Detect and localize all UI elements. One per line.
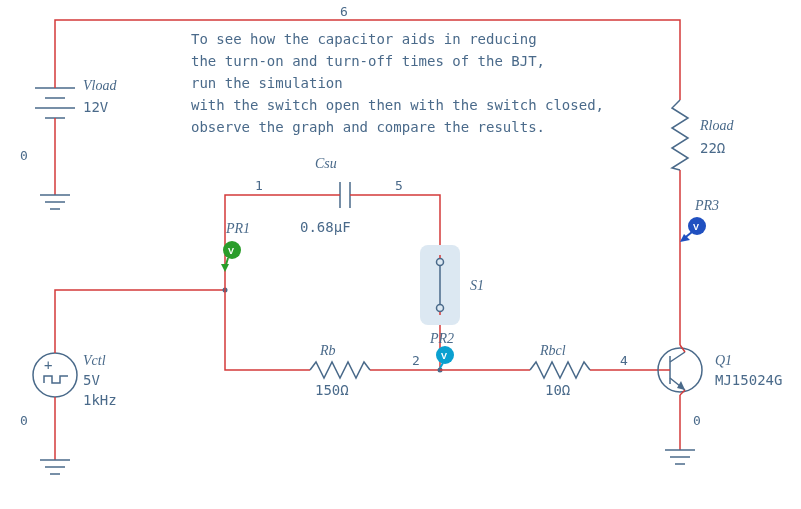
node-1-label: 1 [255, 178, 263, 193]
q1-node-0: 0 [693, 413, 701, 428]
vctl-value: 5V [83, 372, 100, 388]
rb-value: 150Ω [315, 382, 349, 398]
node-2-label: 2 [412, 353, 420, 368]
vload-battery: Vload 12V [35, 78, 117, 130]
vctl-ground [40, 460, 70, 474]
desc-line-4: with the switch open then with the switc… [191, 97, 604, 113]
csu-name: Csu [315, 156, 337, 171]
q1-ground [665, 450, 695, 464]
svg-point-9 [33, 353, 77, 397]
vctl-source: + Vctl 5V 1kHz [33, 350, 117, 408]
desc-line-2: the turn-on and turn-off times of the BJ… [191, 53, 545, 69]
rbcl-resistor: Rbcl 10Ω [530, 343, 590, 398]
pr3-probe[interactable]: PR3 V [680, 198, 719, 242]
rload-resistor: Rload 22Ω [672, 100, 734, 170]
q1-model: MJ15024G [715, 372, 782, 388]
vload-name: Vload [83, 78, 117, 93]
pr1-name: PR1 [225, 221, 250, 236]
desc-line-5: observe the graph and compare the result… [191, 119, 545, 135]
desc-line-3: run the simulation [191, 75, 343, 91]
svg-line-28 [670, 352, 685, 362]
rb-name: Rb [319, 343, 336, 358]
pr2-name: PR2 [429, 331, 454, 346]
vload-ground [40, 195, 70, 209]
pr2-type: V [441, 351, 447, 361]
svg-marker-37 [221, 264, 229, 272]
desc-line-1: To see how the capacitor aids in reducin… [191, 31, 537, 47]
rload-name: Rload [699, 118, 734, 133]
rb-resistor: Rb 150Ω [310, 343, 370, 398]
csu-value: 0.68µF [300, 219, 351, 235]
wire-node1-to-rb [225, 290, 310, 370]
vload-value: 12V [83, 99, 109, 115]
vctl-node-0: 0 [20, 413, 28, 428]
pr1-type: V [228, 246, 234, 256]
vctl-name: Vctl [83, 353, 106, 368]
node-4-label: 4 [620, 353, 628, 368]
rload-value: 22Ω [700, 140, 725, 156]
rbcl-value: 10Ω [545, 382, 570, 398]
vctl-freq: 1kHz [83, 392, 117, 408]
description-block: To see how the capacitor aids in reducin… [191, 31, 604, 135]
vload-node-0: 0 [20, 148, 28, 163]
wire-node1-to-csu [225, 195, 335, 290]
svg-text:+: + [44, 357, 52, 373]
q1-name: Q1 [715, 353, 732, 368]
s1-name: S1 [470, 278, 484, 293]
node-6-label: 6 [340, 4, 348, 19]
q1-bjt: Q1 MJ15024G [658, 345, 782, 395]
node-5-label: 5 [395, 178, 403, 193]
wire-vctl-to-node1 [55, 290, 225, 350]
rbcl-name: Rbcl [539, 343, 566, 358]
pr2-probe[interactable]: PR2 V [429, 331, 454, 368]
circuit-schematic: To see how the capacitor aids in reducin… [0, 0, 801, 509]
pr3-name: PR3 [694, 198, 719, 213]
s1-switch[interactable]: S1 [420, 245, 484, 325]
pr3-type: V [693, 222, 699, 232]
pr1-probe[interactable]: PR1 V [221, 221, 250, 272]
